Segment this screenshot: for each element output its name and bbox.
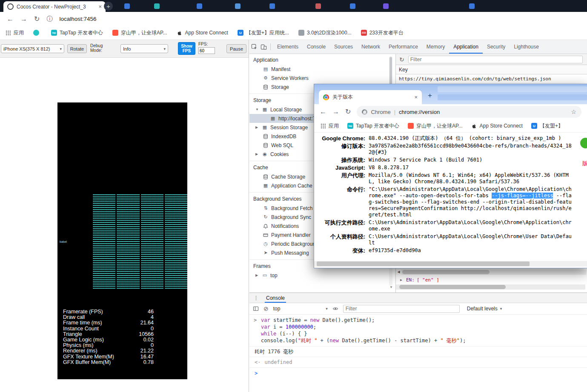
bookmark-umeng[interactable]: U 【友盟+】应用统...	[238, 29, 289, 37]
kebab-menu-icon[interactable]: ⋮	[253, 295, 259, 301]
log-levels-dropdown[interactable]: Default levels ▾	[467, 306, 502, 312]
expander-closed-icon[interactable]: ▶	[255, 273, 259, 277]
tab-network[interactable]: Network	[357, 40, 384, 54]
bookmark-pangle[interactable]: 穿山甲，让全球AP...	[408, 122, 462, 130]
tab-elements[interactable]: Elements	[273, 40, 303, 54]
expander-closed-icon[interactable]: ▶	[255, 152, 259, 156]
fps-input[interactable]	[198, 47, 215, 54]
console-filter-input[interactable]	[343, 305, 460, 313]
storage-key-row[interactable]: https://tiny.qimiaosenlin.com/cdn/tg/web…	[396, 74, 587, 83]
pinned-tab-icon[interactable]	[383, 3, 389, 9]
tree-item-top-frame[interactable]: ▶ ▭ top	[249, 271, 395, 280]
log-levels-value: Default levels	[467, 306, 498, 312]
tab-memory[interactable]: Memory	[422, 40, 449, 54]
tree-item-service-workers[interactable]: ⚙ Service Workers	[249, 74, 395, 82]
umeng-icon: U	[238, 30, 243, 36]
tab-security[interactable]: Security	[483, 40, 510, 54]
popup-horizontal-scrollbar[interactable]	[314, 261, 587, 267]
pinned-tab-icon[interactable]	[154, 3, 160, 9]
tab-sources[interactable]: Sources	[330, 40, 357, 54]
popup-title-bar[interactable]: 关于版本 × +	[314, 84, 587, 104]
tab-close-icon[interactable]: ×	[98, 3, 102, 10]
pinned-tab-icon[interactable]	[350, 3, 355, 9]
pinned-tab-icon[interactable]	[469, 3, 475, 9]
bookmark-umeng[interactable]: U 【友盟+】	[531, 122, 563, 130]
storage-filter-input[interactable]	[408, 56, 583, 63]
reload-icon[interactable]: ↻	[34, 16, 40, 23]
bookmark-233[interactable]: 233 233开发者平台	[361, 29, 404, 37]
expander-closed-icon[interactable]: ▶	[400, 278, 404, 282]
scrollbar-thumb[interactable]	[317, 261, 530, 266]
pinned-tab-icon[interactable]	[269, 3, 275, 9]
clear-console-icon[interactable]: ⊘	[263, 305, 269, 312]
expander-closed-icon[interactable]: ▶	[255, 125, 259, 129]
forward-icon[interactable]: →	[20, 16, 27, 23]
bookmark-apps[interactable]: 应用	[320, 122, 339, 130]
url-text[interactable]: localhost:7456	[59, 16, 96, 22]
console-result-row[interactable]: <· undefined	[249, 357, 587, 368]
bookmark-appstore-connect[interactable]: App Store Connect	[177, 30, 228, 36]
bookmark-taptap[interactable]: tap TapTap 开发者中心	[347, 122, 399, 130]
bookmark-appstore-connect[interactable]: App Store Connect	[471, 123, 523, 129]
pinned-tab-icon[interactable]	[197, 3, 202, 9]
game-canvas[interactable]: babel Framerate (FPS)46 Draw call4 Frame…	[57, 102, 187, 379]
popup-tab[interactable]: 关于版本 ×	[319, 90, 422, 104]
bookmark-apps[interactable]: 应用	[5, 29, 24, 37]
tab-console[interactable]: Console	[303, 40, 330, 54]
card-icon	[263, 233, 269, 238]
sprite-texture-grid	[93, 194, 187, 289]
tab-performance[interactable]: Performance	[384, 40, 422, 54]
tree-item-label: Local Storage	[270, 107, 302, 113]
browser-tab[interactable]: Cocos Creator - NewProject_3 ×	[3, 1, 106, 12]
scrollbar-thumb[interactable]	[399, 285, 506, 289]
grid-horizontal-scrollbar[interactable]: ◀	[396, 269, 587, 275]
inspect-element-icon[interactable]	[249, 41, 259, 52]
pinned-tab-icon[interactable]	[124, 3, 130, 9]
console-context-dropdown[interactable]: top ▾	[273, 306, 328, 312]
device-toolbar-icon[interactable]	[259, 41, 268, 52]
omnibox[interactable]: Chrome | chrome://version ☆	[357, 106, 581, 118]
browser-tab-strip: Cocos Creator - NewProject_3 × +	[0, 0, 587, 12]
expander-open-icon[interactable]: ▼	[255, 108, 259, 111]
new-tab-button[interactable]: +	[104, 2, 113, 11]
scroll-left-icon[interactable]: ◀	[396, 270, 401, 274]
preview-horizontal-scrollbar[interactable]	[396, 284, 585, 290]
console-input-echo[interactable]: > var startTime = new Date().getTime(); …	[249, 315, 587, 347]
rotate-button[interactable]: Rotate	[67, 44, 87, 53]
pause-button[interactable]: Pause	[226, 44, 246, 53]
forward-icon[interactable]: →	[332, 108, 339, 115]
tab-lighthouse[interactable]: Lighthouse	[510, 40, 543, 54]
key-column-header[interactable]: Key	[396, 65, 587, 74]
site-info-icon[interactable]: ⓘ	[46, 15, 52, 23]
reload-icon[interactable]: ↻	[345, 108, 351, 115]
eye-icon[interactable]	[332, 306, 338, 312]
tab-application[interactable]: Application	[449, 40, 483, 54]
version-row-label: Google Chrome:	[318, 135, 369, 142]
refresh-icon[interactable]: ↻	[399, 56, 404, 63]
pinned-tab-icon[interactable]	[235, 3, 241, 9]
scrollbar-thumb[interactable]	[402, 270, 490, 274]
console-drawer-tab[interactable]: Console	[265, 293, 286, 303]
tab-close-icon[interactable]: ×	[414, 94, 418, 100]
bookmark-pangle[interactable]: 穿山甲，让全球AP...	[112, 29, 167, 37]
new-tab-button[interactable]: +	[428, 91, 432, 100]
tree-item-manifest[interactable]: ▤ Manifest	[249, 65, 395, 74]
console-sidebar-icon[interactable]	[253, 306, 259, 312]
scroll-down-icon[interactable]: ▼	[389, 285, 393, 289]
bookmark-taptap[interactable]: tap TapTap 开发者中心	[51, 29, 103, 37]
about-version-window: 关于版本 × + ← → ↻ Chrome | chrome://version…	[314, 84, 587, 268]
device-select[interactable]: iPhone XS(375 X 812) ▾	[1, 44, 64, 53]
omnibox-url: chrome://version	[399, 109, 440, 115]
storage-value-preview[interactable]: ▶ EN: [ "en" ]	[396, 276, 439, 284]
back-icon[interactable]: ←	[320, 108, 326, 115]
bookmark-render-doc[interactable]: 3.0的2D渲染1000...	[298, 29, 352, 37]
console-log-output[interactable]: 耗时 1776 毫秒	[249, 347, 587, 357]
show-fps-button[interactable]: Show FPS	[178, 42, 195, 55]
console-prompt[interactable]: >	[249, 368, 587, 377]
bookmark-dove[interactable]	[33, 30, 42, 36]
back-icon[interactable]: ←	[7, 16, 14, 23]
pinned-tab-icon[interactable]	[315, 3, 321, 9]
bookmark-star-icon[interactable]: ☆	[571, 108, 576, 115]
table-icon: ▦	[262, 107, 268, 112]
debug-mode-select[interactable]: Info ▾	[120, 44, 168, 53]
